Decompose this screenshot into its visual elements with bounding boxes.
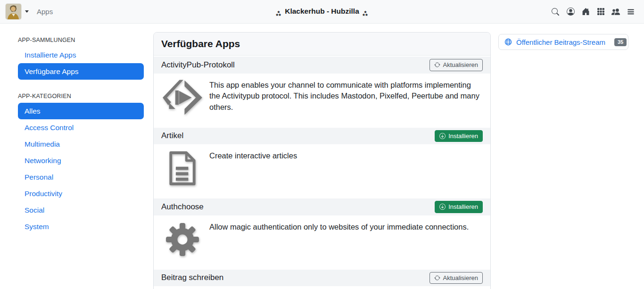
download-icon <box>439 133 446 139</box>
app-description: Create interactive articles <box>209 149 297 162</box>
sidebar-item-label: Access Control <box>25 124 74 132</box>
menu-icon[interactable] <box>623 0 638 24</box>
app-section-header: Authchoose Installieren <box>154 198 490 215</box>
sidebar-item-label: Social <box>25 206 44 215</box>
sidebar-item-label: Verfügbare Apps <box>25 67 79 76</box>
gear-icon <box>161 220 204 259</box>
file-text-icon <box>161 149 204 188</box>
app-collections-list: Installierte Apps Verfügbare Apps <box>18 47 144 80</box>
app-action-button[interactable]: Aktualisieren <box>429 272 483 284</box>
app-section: ActivityPub-Protokoll Aktualisieren <box>154 57 490 124</box>
sidebar-item-multimedia[interactable]: Multimedia <box>18 136 144 152</box>
app-content: Allow magic authentication only to websi… <box>154 215 490 266</box>
sidebar-item-alles[interactable]: Alles <box>18 103 144 119</box>
sidebar-item-access-control[interactable]: Access Control <box>18 119 144 136</box>
app-categories-list: Alles Access Control Multimedia Networki… <box>18 103 144 235</box>
sidebar-item-label: Productivity <box>25 190 62 198</box>
app-section: Authchoose Installieren <box>154 198 490 266</box>
groups-icon[interactable] <box>608 0 623 24</box>
asterism-ornament: *** <box>363 12 368 18</box>
app-action-label: Installieren <box>448 203 478 211</box>
sidebar-item-installierte-apps[interactable]: Installierte Apps <box>18 47 144 63</box>
app-name: Authchoose <box>161 202 204 212</box>
app-action-button[interactable]: Installieren <box>435 130 483 142</box>
app-description: Allow magic authentication only to websi… <box>209 220 469 233</box>
app-name: ActivityPub-Protokoll <box>161 60 235 70</box>
download-icon <box>439 204 446 210</box>
app-name: Beitrag schreiben <box>161 273 223 282</box>
user-avatar[interactable] <box>6 4 21 19</box>
navbar-apps-label[interactable]: Apps <box>37 8 53 16</box>
app-section: Beitrag schreiben Aktualisieren <box>154 270 490 289</box>
app-content <box>154 286 490 289</box>
sidebar-item-label: Networking <box>25 157 61 165</box>
app-description: This app enables your channel to communi… <box>209 78 483 113</box>
stream-count-badge: 35 <box>614 38 627 46</box>
search-icon[interactable] <box>548 0 563 24</box>
sidebar-item-label: Installierte Apps <box>25 51 76 59</box>
home-icon[interactable] <box>578 0 593 24</box>
refresh-icon <box>434 275 440 281</box>
asterism-ornament: *** <box>276 12 281 18</box>
app-action-label: Installieren <box>448 132 478 140</box>
sidebar-item-personal[interactable]: Personal <box>18 169 144 185</box>
left-sidebar: APP-SAMMLUNGEN Installierte Apps Verfügb… <box>0 24 153 235</box>
chevron-down-icon[interactable] <box>25 10 29 13</box>
refresh-icon <box>434 62 440 68</box>
app-action-label: Aktualisieren <box>443 274 478 282</box>
sidebar-item-networking[interactable]: Networking <box>18 152 144 169</box>
available-apps-panel: Verfügbare Apps ActivityPub-Protokoll Ak… <box>153 32 491 289</box>
app-name: Artikel <box>161 131 183 140</box>
top-navbar: Apps *** Klackerhub - Hubzilla *** <box>0 0 644 24</box>
sidebar-item-label: System <box>25 223 49 231</box>
app-content: This app enables your channel to communi… <box>154 74 490 124</box>
app-action-button[interactable]: Aktualisieren <box>429 59 483 71</box>
app-section-header: Beitrag schreiben Aktualisieren <box>154 270 490 287</box>
app-action-label: Aktualisieren <box>443 61 478 69</box>
apps-grid-icon[interactable] <box>593 0 608 24</box>
sidebar-item-label: Personal <box>25 173 53 182</box>
sidebar-item-system[interactable]: System <box>18 218 144 235</box>
app-action-button[interactable]: Installieren <box>435 201 483 213</box>
sidebar-item-label: Alles <box>25 107 41 116</box>
page-title: Verfügbare Apps <box>154 33 490 56</box>
sidebar-item-label: Multimedia <box>25 140 60 149</box>
sidebar-item-verf-gbare-apps[interactable]: Verfügbare Apps <box>18 63 144 80</box>
navbar-icon-group <box>548 0 638 24</box>
app-section-header: Artikel Installieren <box>154 128 490 145</box>
account-icon[interactable] <box>563 0 578 24</box>
globe-icon <box>504 38 512 46</box>
app-categories-header: APP-KATEGORIEN <box>18 93 144 99</box>
app-list: ActivityPub-Protokoll Aktualisieren <box>154 57 490 289</box>
public-stream-card[interactable]: Öffentlicher Beitrags-Stream 35 <box>498 34 628 50</box>
sidebar-item-social[interactable]: Social <box>18 202 144 218</box>
activitypub-icon <box>161 78 204 117</box>
app-section: Artikel Installieren <box>154 128 490 195</box>
public-stream-link[interactable]: Öffentlicher Beitrags-Stream <box>516 38 605 46</box>
app-section-header: ActivityPub-Protokoll Aktualisieren <box>154 57 490 74</box>
app-content: Create interactive articles <box>154 144 490 195</box>
app-collections-header: APP-SAMMLUNGEN <box>18 37 144 43</box>
sidebar-item-productivity[interactable]: Productivity <box>18 185 144 202</box>
